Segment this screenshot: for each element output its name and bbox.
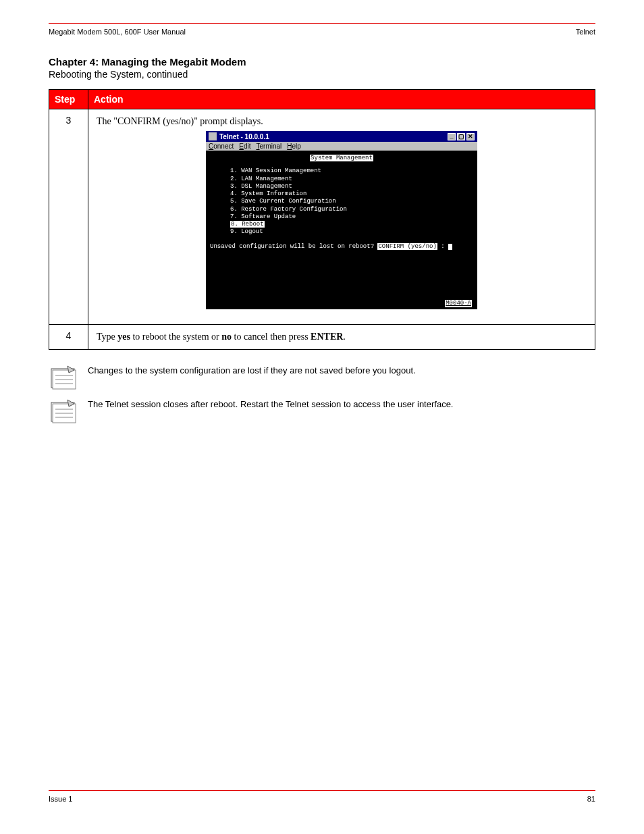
telnet-menu-item: 5. Save Current Configuration [230,198,473,205]
telnet-titlebar: Telnet - 10.0.0.1 _ ▢ ✕ [206,131,477,142]
text: to cancel then press [232,332,311,342]
footer-rule [49,790,595,791]
telnet-menu-item-selected: 8. Reboot [230,221,265,228]
procedure-table: Step Action 3 The "CONFIRM (yes/no)" pro… [49,89,595,350]
header-left: Megabit Modem 500L, 600F User Manual [49,28,186,36]
footer-left: Issue 1 [49,795,72,803]
prompt-suffix: : [437,243,448,250]
telnet-menu-list: 1. WAN Session Management 2. LAN Managem… [230,167,473,236]
section-title: Rebooting the System, continued [49,69,595,80]
header-rule [49,23,595,24]
col-action: Action [88,90,595,109]
telnet-prompt: Unsaved configuration will be lost on re… [210,243,473,251]
action-text: The "CONFIRM (yes/no)" prompt displays. [97,116,587,127]
step-number: 3 [49,109,88,325]
cmd-yes: yes [117,332,130,342]
close-button[interactable]: ✕ [466,133,475,140]
footer-right: 81 [587,795,595,803]
cmd-no: no [221,332,232,342]
minimize-button[interactable]: _ [448,133,456,140]
note-block: The Telnet session closes after reboot. … [49,397,595,424]
text: to reboot the system or [130,332,221,342]
key-enter: ENTER [311,332,343,342]
prompt-confirm: CONFIRM (yes/no) [377,243,437,250]
telnet-menu-item: 2. LAN Management [230,176,473,183]
step-action: The "CONFIRM (yes/no)" prompt displays. … [88,109,595,325]
telnet-screen-title: System Management [310,155,373,161]
menu-help[interactable]: Help [287,142,301,150]
telnet-menu-item: 4. System Information [230,190,473,198]
note-icon [49,397,78,424]
telnet-menu-item: 6. Restore Factory Configuration [230,206,473,213]
prompt-prefix: Unsaved configuration will be lost on re… [210,243,377,250]
page-footer: Issue 1 81 [49,790,595,803]
note-text: Changes to the system configuration are … [88,363,416,377]
menu-edit[interactable]: Edit [239,142,250,150]
app-icon [209,132,217,140]
telnet-menu-item: 1. WAN Session Management [230,167,473,175]
telnet-menu-item: 3. DSL Management [230,183,473,190]
telnet-ref: M0040-A [445,300,472,307]
telnet-menubar: Connect Edit Terminal Help [206,142,477,151]
note-icon [49,363,78,390]
cursor-icon [448,244,452,250]
col-step: Step [49,90,88,109]
note-text: The Telnet session closes after reboot. … [88,397,453,411]
page-header: Megabit Modem 500L, 600F User Manual Tel… [49,28,595,36]
text: Type [97,332,117,342]
telnet-body: System Management 1. WAN Session Managem… [206,151,477,309]
telnet-window: Telnet - 10.0.0.1 _ ▢ ✕ Connect Edit Te [206,131,477,309]
telnet-menu-item: 9. Logout [230,228,473,236]
step-action: Type yes to reboot the system or no to c… [88,325,595,350]
menu-terminal[interactable]: Terminal [257,142,282,150]
header-right: Telnet [576,28,595,36]
maximize-button[interactable]: ▢ [457,133,465,140]
note-block: Changes to the system configuration are … [49,363,595,390]
table-row: 3 The "CONFIRM (yes/no)" prompt displays… [49,109,595,325]
text: . [343,332,346,342]
telnet-title: Telnet - 10.0.0.1 [219,133,269,140]
menu-connect[interactable]: Connect [209,142,234,150]
step-number: 4 [49,325,88,350]
table-row: 4 Type yes to reboot the system or no to… [49,325,595,350]
chapter-title: Chapter 4: Managing the Megabit Modem [49,56,595,68]
telnet-menu-item: 7. Software Update [230,213,473,221]
